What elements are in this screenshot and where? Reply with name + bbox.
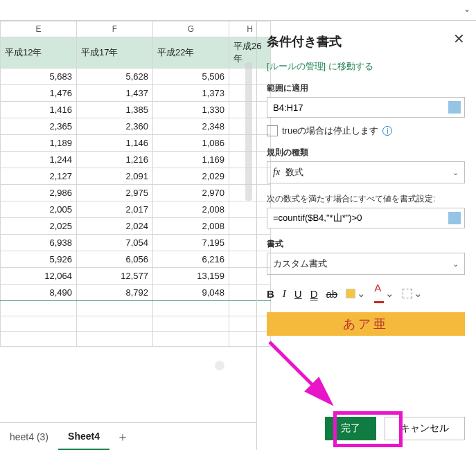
range-input[interactable] [267, 97, 465, 118]
cell[interactable]: 2,024 [77, 218, 153, 235]
info-icon[interactable]: i [382, 126, 392, 136]
table-row[interactable]: 2,0052,0172,008 [1, 201, 271, 218]
vertical-scrollbar[interactable] [245, 62, 252, 201]
svg-line-0 [270, 342, 326, 399]
cell[interactable]: 12,064 [1, 268, 77, 285]
cell[interactable]: 1,373 [153, 85, 229, 102]
expand-chevron-icon[interactable]: ⌄ [464, 4, 470, 14]
cell[interactable]: 2,005 [1, 201, 77, 218]
formula-picker-icon[interactable] [448, 212, 461, 224]
border-button[interactable]: ⌄ [403, 287, 423, 300]
cell[interactable]: 2,008 [153, 218, 229, 235]
cell[interactable]: 5,683 [1, 69, 77, 85]
cell[interactable]: 5,628 [77, 69, 153, 85]
range-label: 範囲に適用 [267, 82, 465, 94]
cell[interactable]: 2,986 [1, 185, 77, 201]
format-label: 書式 [267, 238, 465, 250]
cell[interactable]: 1,086 [153, 135, 229, 152]
panel-title: 条件付き書式 [267, 33, 465, 50]
table-row[interactable]: 6,9387,0547,195 [1, 235, 271, 251]
annotation-arrow [264, 336, 347, 420]
cell[interactable]: 1,216 [77, 152, 153, 168]
cell[interactable]: 12,577 [77, 268, 153, 285]
cell[interactable]: 5,506 [153, 69, 229, 85]
hdr-E[interactable]: 平成12年 [1, 37, 77, 69]
cell[interactable]: 8,792 [77, 285, 153, 301]
cell[interactable]: 9,048 [153, 285, 229, 301]
table-row[interactable]: 5,6835,6285,506 [1, 69, 271, 85]
manage-rules-link[interactable]: [ルールの管理] に移動する [267, 61, 373, 71]
table-row[interactable]: 2,1272,0912,029 [1, 168, 271, 185]
rule-type-label: 規則の種類 [267, 147, 465, 159]
spreadsheet-area: E F G H 平成12年 平成17年 平成22年 平成26年 5,6835,6… [0, 21, 256, 450]
format-value: カスタム書式 [273, 258, 327, 270]
cell[interactable]: 6,938 [1, 235, 77, 251]
col-E[interactable]: E [1, 21, 77, 37]
cell[interactable]: 2,360 [77, 118, 153, 135]
table-row[interactable]: 2,3652,3602,348 [1, 118, 271, 135]
strikethrough-button[interactable]: ab [326, 288, 338, 300]
cell[interactable]: 5,926 [1, 251, 77, 268]
cell[interactable]: 1,437 [77, 85, 153, 102]
cell[interactable]: 1,330 [153, 102, 229, 118]
cell[interactable]: 1,416 [1, 102, 77, 118]
fill-color-button[interactable]: ⌄ [346, 287, 366, 300]
conditional-format-panel: ✕ 条件付き書式 [ルールの管理] に移動する 範囲に適用 trueの場合は停止… [256, 21, 475, 450]
cell[interactable]: 1,385 [77, 102, 153, 118]
sheet-tab-2[interactable]: Sheet4 [58, 424, 109, 450]
rule-type-select[interactable]: fx数式 ⌄ [267, 161, 465, 183]
cell[interactable]: 1,146 [77, 135, 153, 152]
sheet-tab-1[interactable]: heet4 (3) [0, 424, 58, 449]
stop-if-true-checkbox[interactable] [267, 125, 278, 136]
table-row[interactable]: 5,9266,0566,216 [1, 251, 271, 268]
bold-button[interactable]: B [267, 288, 274, 300]
add-sheet-button[interactable]: ＋ [109, 424, 136, 449]
table-row[interactable]: 1,2441,2161,169 [1, 152, 271, 168]
hdr-F[interactable]: 平成17年 [77, 37, 153, 69]
cell[interactable]: 7,195 [153, 235, 229, 251]
chevron-down-icon: ⌄ [452, 168, 459, 177]
table-row[interactable]: 8,4908,7929,048 [1, 285, 271, 301]
hdr-G[interactable]: 平成22年 [153, 37, 229, 69]
cell[interactable]: 6,056 [77, 251, 153, 268]
cell[interactable]: 1,169 [153, 152, 229, 168]
cell[interactable]: 2,091 [77, 168, 153, 185]
font-color-button[interactable]: A⌄ [374, 282, 394, 305]
cell[interactable]: 2,970 [153, 185, 229, 201]
cell[interactable]: 2,029 [153, 168, 229, 185]
range-picker-icon[interactable] [448, 101, 461, 114]
header-row: 平成12年 平成17年 平成22年 平成26年 [1, 37, 271, 69]
rule-type-value: 数式 [285, 167, 303, 177]
table-row[interactable]: 12,06412,57713,159 [1, 268, 271, 285]
table-row[interactable]: 2,9862,9752,970 [1, 185, 271, 201]
formula-label: 次の数式を満たす場合にすべて値を書式設定: [267, 193, 465, 205]
col-G[interactable]: G [153, 21, 229, 37]
cell[interactable]: 2,127 [1, 168, 77, 185]
table-row[interactable]: 1,4761,4371,373 [1, 85, 271, 102]
cell[interactable]: 8,490 [1, 285, 77, 301]
cell[interactable]: 6,216 [153, 251, 229, 268]
format-select[interactable]: カスタム書式 ⌄ [267, 253, 465, 275]
grid[interactable]: E F G H 平成12年 平成17年 平成22年 平成26年 5,6835,6… [0, 21, 271, 347]
italic-button[interactable]: I [283, 288, 286, 300]
table-row[interactable]: 1,1891,1461,086 [1, 135, 271, 152]
cell[interactable]: 1,476 [1, 85, 77, 102]
cell[interactable]: 2,025 [1, 218, 77, 235]
formula-input[interactable] [267, 208, 465, 228]
table-row[interactable]: 1,4161,3851,330 [1, 102, 271, 118]
table-row[interactable]: 2,0252,0242,008 [1, 218, 271, 235]
underline-button[interactable]: U [294, 288, 302, 300]
cell[interactable]: 2,008 [153, 201, 229, 218]
cell[interactable]: 1,189 [1, 135, 77, 152]
cell[interactable]: 13,159 [153, 268, 229, 285]
cell[interactable]: 2,975 [77, 185, 153, 201]
cell[interactable]: 2,365 [1, 118, 77, 135]
cell[interactable]: 2,017 [77, 201, 153, 218]
sheet-tabs: heet4 (3) Sheet4 ＋ [0, 422, 256, 450]
cell[interactable]: 1,244 [1, 152, 77, 168]
cell[interactable]: 7,054 [77, 235, 153, 251]
col-F[interactable]: F [77, 21, 153, 37]
double-underline-button[interactable]: D [310, 288, 318, 300]
close-icon[interactable]: ✕ [453, 30, 465, 47]
cell[interactable]: 2,348 [153, 118, 229, 135]
